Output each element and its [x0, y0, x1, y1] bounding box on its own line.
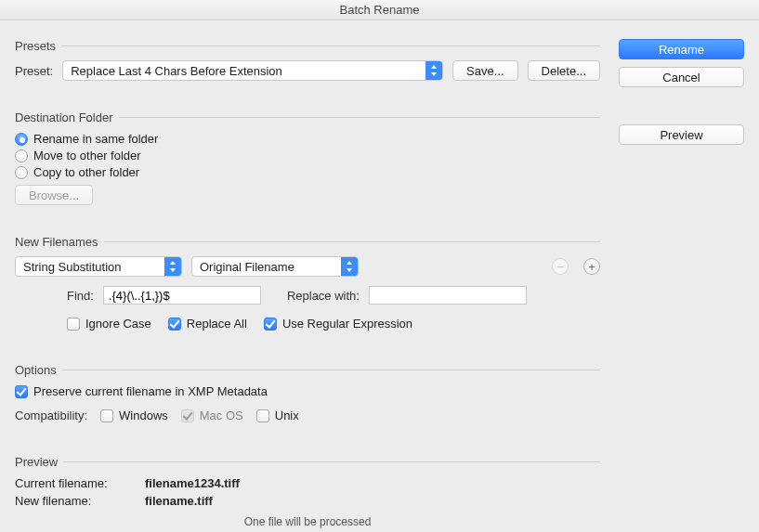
find-input[interactable] — [103, 286, 261, 305]
chevron-updown-icon — [164, 257, 181, 276]
preset-select[interactable]: Replace Last 4 Chars Before Extension — [62, 60, 443, 81]
checkbox-label: Ignore Case — [85, 317, 151, 331]
preset-label: Preset: — [15, 64, 53, 78]
divider — [63, 461, 600, 462]
options-heading: Options — [15, 363, 62, 377]
source-select-value: Original Filename — [192, 260, 341, 274]
new-filenames-heading: New Filenames — [15, 235, 104, 249]
checkbox-compat-macos: Mac OS — [181, 409, 243, 422]
radio-label: Rename in same folder — [33, 132, 158, 146]
checkbox-label: Replace All — [187, 317, 247, 331]
action-sidebar: Rename Cancel Preview — [619, 30, 744, 532]
destination-heading: Destination Folder — [15, 110, 119, 124]
radio-copy-other-folder[interactable]: Copy to other folder — [15, 165, 600, 179]
divider — [104, 241, 600, 242]
preview-button[interactable]: Preview — [619, 124, 744, 145]
presets-heading: Presets — [15, 39, 61, 53]
checkbox-label: Mac OS — [200, 409, 243, 422]
checkbox-compat-unix[interactable]: Unix — [256, 409, 299, 422]
preview-group: Preview Current filename: filename1234.t… — [15, 446, 600, 532]
compatibility-label: Compatibility: — [15, 409, 87, 422]
batch-rename-window: Batch Rename Presets Preset: Replace Las… — [0, 0, 759, 532]
checkbox-box-icon — [100, 409, 113, 422]
checkbox-use-regex[interactable]: Use Regular Expression — [264, 317, 412, 331]
radio-dot-icon — [15, 133, 28, 146]
source-select[interactable]: Original Filename — [191, 256, 359, 277]
radio-move-other-folder[interactable]: Move to other folder — [15, 149, 600, 162]
checkbox-preserve-xmp[interactable]: Preserve current filename in XMP Metadat… — [15, 384, 600, 398]
window-title: Batch Rename — [0, 0, 759, 20]
remove-component-button[interactable]: − — [552, 258, 569, 275]
preset-select-value: Replace Last 4 Chars Before Extension — [63, 64, 425, 78]
preview-status: One file will be processed — [15, 515, 600, 528]
radio-label: Move to other folder — [33, 149, 141, 162]
radio-label: Copy to other folder — [33, 165, 139, 179]
checkbox-label: Preserve current filename in XMP Metadat… — [33, 384, 268, 398]
checkbox-box-icon — [264, 318, 277, 331]
checkbox-label: Windows — [119, 409, 168, 422]
checkbox-ignore-case[interactable]: Ignore Case — [67, 317, 151, 331]
rename-button[interactable]: Rename — [619, 39, 744, 59]
add-component-button[interactable]: + — [583, 258, 600, 275]
new-filename-label: New filename: — [15, 494, 145, 508]
checkbox-box-icon — [181, 409, 194, 422]
checkbox-box-icon — [67, 318, 80, 331]
current-filename-value: filename1234.tiff — [145, 476, 240, 490]
checkbox-replace-all[interactable]: Replace All — [168, 317, 247, 331]
chevron-updown-icon — [341, 257, 358, 276]
delete-preset-button[interactable]: Delete... — [528, 60, 600, 81]
radio-rename-same-folder[interactable]: Rename in same folder — [15, 132, 600, 146]
replace-input[interactable] — [369, 286, 527, 305]
checkbox-compat-windows[interactable]: Windows — [100, 409, 168, 422]
presets-group: Presets Preset: Replace Last 4 Chars Bef… — [15, 30, 600, 88]
new-filename-value: filename.tiff — [145, 494, 213, 508]
preview-heading: Preview — [15, 455, 63, 469]
save-preset-button[interactable]: Save... — [452, 60, 517, 81]
checkbox-label: Use Regular Expression — [282, 317, 412, 331]
options-group: Options Preserve current filename in XMP… — [15, 354, 600, 433]
component-type-value: String Substitution — [16, 260, 164, 274]
radio-dot-icon — [15, 149, 28, 162]
cancel-button[interactable]: Cancel — [619, 67, 744, 87]
divider — [119, 117, 601, 118]
component-type-select[interactable]: String Substitution — [15, 256, 182, 277]
current-filename-label: Current filename: — [15, 476, 145, 490]
divider — [62, 370, 600, 370]
new-filenames-group: New Filenames String Substitution Origin… — [15, 226, 600, 341]
checkbox-box-icon — [168, 318, 181, 331]
divider — [61, 45, 600, 46]
checkbox-box-icon — [256, 409, 269, 422]
checkbox-label: Unix — [275, 409, 299, 422]
destination-group: Destination Folder Rename in same folder… — [15, 101, 600, 213]
radio-dot-icon — [15, 166, 28, 179]
replace-label: Replace with: — [287, 289, 360, 303]
browse-button[interactable]: Browse... — [15, 185, 93, 205]
chevron-updown-icon — [425, 61, 442, 80]
find-label: Find: — [67, 289, 94, 303]
checkbox-box-icon — [15, 385, 28, 398]
